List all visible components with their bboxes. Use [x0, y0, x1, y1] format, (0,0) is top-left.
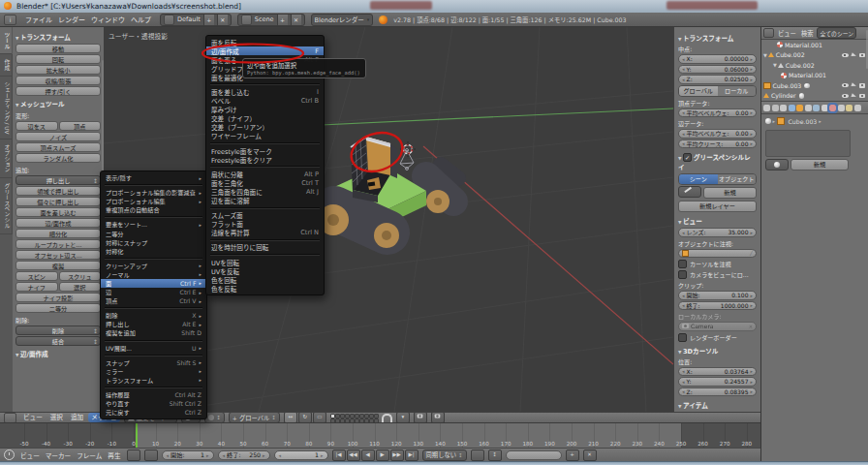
layers-widget[interactable]: [330, 414, 378, 422]
number-field[interactable]: ◂X:0.03764▸: [678, 367, 757, 377]
prev-key-button[interactable]: ◀◀: [347, 450, 360, 461]
render-engine-selector[interactable]: Blenderレンダー ▾: [311, 14, 374, 26]
tool-dropdown[interactable]: 結合↕: [16, 336, 101, 346]
menu-item[interactable]: ノーマル▸: [101, 270, 206, 279]
viewport-menu-1[interactable]: ビュー: [20, 413, 46, 422]
timeline-menu-item[interactable]: マーカー: [44, 450, 73, 460]
insert-keyframe-button[interactable]: +: [566, 450, 579, 461]
timeline-ruler[interactable]: -50-40-30-20-100102030405060708090100110…: [0, 423, 760, 449]
tool-dropdown[interactable]: 押し出し↕: [16, 175, 101, 185]
panel-header[interactable]: ▼ アイテム: [678, 400, 757, 410]
tool-button[interactable]: 複製: [16, 261, 101, 270]
decrement-icon[interactable]: ◂: [682, 293, 685, 298]
menu-item[interactable]: ウィンドウ: [88, 15, 128, 24]
new-button[interactable]: 新規: [703, 187, 757, 199]
menu-item[interactable]: スナップShift S▸: [101, 358, 206, 367]
render-anim-button[interactable]: [431, 412, 445, 423]
renderability-camera-icon[interactable]: [859, 94, 866, 99]
tool-shelf-tab[interactable]: ツール: [0, 27, 12, 54]
number-field[interactable]: ◂レンズ:35.000▸: [678, 228, 757, 237]
outliner-row[interactable]: Material.001: [761, 40, 868, 50]
tool-button[interactable]: 辺/面作成: [16, 218, 101, 228]
viewport-menu-2[interactable]: 選択: [47, 413, 66, 422]
decrement-icon[interactable]: ◂: [682, 109, 685, 115]
checkbox-checked[interactable]: ✓: [683, 153, 692, 162]
properties-tab-icon[interactable]: [772, 105, 779, 111]
properties-tab-icon[interactable]: [822, 105, 828, 111]
menu-item[interactable]: トランスフォーム▸: [101, 376, 206, 385]
properties-tab-icon[interactable]: [838, 105, 845, 111]
tool-button[interactable]: 個々に押し出し: [16, 197, 101, 206]
checkbox-row[interactable]: カーソルを注視: [678, 260, 757, 268]
play-button[interactable]: ▶: [376, 450, 389, 461]
snap-mode-button[interactable]: ▾: [396, 412, 410, 423]
panel-header[interactable]: ▼ トランスフォーム: [678, 33, 757, 43]
menu-item[interactable]: 削除X▸: [101, 311, 206, 320]
menu-item[interactable]: UV展開...U▸: [101, 344, 206, 353]
menu-item[interactable]: 押し出しAlt E▸: [101, 320, 206, 328]
menu-item[interactable]: ヘルプ: [128, 15, 154, 24]
tool-shelf-tab[interactable]: シェーディング / UV: [0, 77, 13, 140]
tool-button[interactable]: 二等分: [16, 303, 101, 313]
decrement-icon[interactable]: ◂: [167, 452, 170, 458]
number-field[interactable]: ◂開始:0.100▸: [678, 291, 757, 300]
panel-header[interactable]: ▼ メッシュツール: [16, 99, 101, 108]
menu-item[interactable]: クリーンアップ▸: [101, 262, 206, 270]
material-slot-list[interactable]: [765, 130, 851, 157]
panel-header[interactable]: ▼ ✓グリースペンシルレイ: [678, 152, 757, 171]
decrement-icon[interactable]: ◂: [682, 66, 685, 72]
properties-tab-icon[interactable]: [854, 105, 861, 111]
increment-icon[interactable]: ▸: [750, 388, 753, 394]
expander-icon[interactable]: ▼: [773, 62, 777, 68]
selectability-cursor-icon[interactable]: [851, 82, 856, 87]
next-key-button[interactable]: ▶▶: [390, 450, 404, 461]
tool-button[interactable]: スピン: [16, 271, 58, 281]
decrement-icon[interactable]: ◂: [223, 452, 226, 458]
menu-item[interactable]: 対称にスナップ: [101, 238, 206, 247]
number-field[interactable]: ◂Y:0.24557▸: [678, 377, 757, 387]
jump-end-button[interactable]: ▶|: [405, 450, 418, 461]
jump-start-button[interactable]: |◀: [332, 450, 346, 461]
pivot-selector[interactable]: ↕: [204, 412, 225, 423]
outliner-row[interactable]: Cube.003: [761, 80, 868, 91]
visibility-eye-icon[interactable]: [842, 53, 849, 57]
properties-tab-icon[interactable]: [780, 105, 787, 111]
properties-tab-icon[interactable]: [829, 105, 836, 111]
pencil-button[interactable]: [678, 186, 701, 198]
object-picker-field[interactable]: ╱: [678, 249, 757, 259]
render-opengl-button[interactable]: [414, 412, 427, 423]
expander-icon[interactable]: ▼: [763, 52, 767, 58]
close-icon[interactable]: ✕: [749, 324, 753, 329]
editor-type-icon[interactable]: i: [4, 15, 16, 25]
tool-button[interactable]: 面を差し込む: [16, 207, 101, 217]
tool-button[interactable]: ナイフ投影: [16, 293, 101, 302]
visibility-eye-icon[interactable]: [842, 94, 849, 98]
tool-dropdown[interactable]: 削除↕: [16, 326, 101, 335]
menu-item[interactable]: 元に戻すCtrl Z: [101, 408, 206, 417]
decrement-icon[interactable]: ◂: [682, 379, 685, 385]
segment-option[interactable]: オブジェクト: [718, 174, 757, 184]
material-browse-button[interactable]: [765, 159, 789, 170]
tool-button[interactable]: ノイズ: [16, 132, 101, 141]
number-field[interactable]: ◂平均ベベルウェ:0.00▸: [678, 129, 757, 139]
tool-button[interactable]: 領域で押し出し: [16, 186, 101, 196]
menu-item[interactable]: Freestyle面をクリア: [206, 155, 324, 164]
menu-item[interactable]: プロポーショナル編集▸: [101, 197, 206, 205]
number-field[interactable]: ◂Y:0.06000▸: [678, 65, 757, 75]
menu-item[interactable]: ファイル: [22, 15, 55, 24]
number-field[interactable]: ◂終了:1000.000▸: [678, 301, 757, 311]
timeline-menu-item[interactable]: フレーム: [75, 450, 104, 460]
tool-button[interactable]: ループカットと...: [16, 239, 101, 249]
menu-item[interactable]: レンダー: [55, 15, 88, 24]
menu-item[interactable]: ワイヤーフレーム: [206, 132, 324, 140]
panel-header[interactable]: ▼ トランスフォーム: [16, 32, 101, 42]
checkbox-row[interactable]: カメラをビューにロ...: [678, 270, 757, 279]
decrement-icon[interactable]: ◂: [682, 388, 685, 394]
menu-item[interactable]: 辺を面に溶解: [206, 197, 324, 205]
tool-shelf-tab[interactable]: 作成: [0, 54, 13, 77]
timeline-menu-item[interactable]: 再生: [106, 450, 122, 460]
timeline-icon-button[interactable]: [127, 450, 140, 461]
checkbox-unchecked[interactable]: [678, 260, 687, 268]
increment-icon[interactable]: ▸: [750, 66, 753, 72]
material-new-button[interactable]: 新規: [790, 159, 849, 170]
